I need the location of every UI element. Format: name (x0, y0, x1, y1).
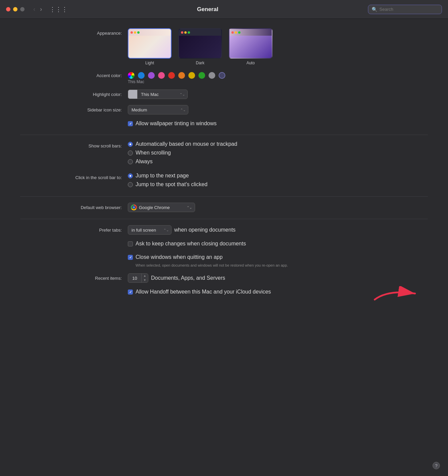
ask-keep-changes-label: Ask to keep changes when closing documen… (136, 241, 246, 247)
stepper-up-button[interactable]: ▲ (142, 274, 148, 278)
wallpaper-tinting-checkbox[interactable] (128, 121, 133, 126)
sidebar-icon-size-row: Sidebar icon size: Medium (20, 105, 428, 115)
accent-color-row: Accent color: This Mac (20, 71, 428, 84)
search-icon: 🔍 (372, 7, 377, 12)
default-browser-row: Default web browser: Google Chrome ⌃⌄ (20, 203, 428, 213)
prefer-tabs-label: Prefer tabs: (20, 225, 128, 235)
search-box: 🔍 (368, 5, 442, 14)
scroll-bars-auto-radio[interactable] (128, 142, 133, 147)
prefer-tabs-inline: in full screen when opening documents (128, 225, 235, 235)
back-button[interactable]: ‹ (32, 6, 37, 13)
allow-handoff-checkbox[interactable] (128, 290, 133, 295)
highlight-select-wrapper: This Mac (128, 90, 188, 99)
sidebar-icon-size-wrapper: Medium (128, 105, 188, 114)
highlight-color-content: This Mac (128, 90, 428, 99)
close-button[interactable] (6, 7, 10, 11)
help-button[interactable]: ? (433, 462, 440, 469)
recent-items-label: Recent items: (20, 273, 128, 283)
scroll-bars-when-scrolling-label: When scrolling (136, 150, 171, 156)
chevron-ud-icon: ⌃⌄ (187, 206, 192, 209)
appearance-dark[interactable]: Dark (178, 28, 222, 65)
scroll-bars-auto-row: Automatically based on mouse or trackpad (128, 141, 237, 147)
appearance-dark-thumb[interactable] (178, 28, 222, 59)
main-content: Appearance: Light (0, 19, 448, 469)
stepper-buttons: ▲ ▼ (142, 274, 148, 282)
click-scroll-spot-row: Jump to the spot that's clicked (128, 181, 208, 188)
highlight-color-preview (128, 90, 137, 99)
default-browser-select-wrapper[interactable]: Google Chrome ⌃⌄ (128, 203, 195, 212)
scroll-bars-label: Show scroll bars: (20, 141, 128, 151)
close-windows-label: Close windows when quitting an app (136, 254, 223, 260)
recent-items-suffix: Documents, Apps, and Servers (151, 275, 225, 281)
ask-keep-changes-row: Ask to keep changes when closing documen… (20, 241, 428, 249)
appearance-light-thumb[interactable] (128, 28, 172, 59)
accent-pink[interactable] (158, 72, 165, 79)
sidebar-icon-size-select[interactable]: Medium (128, 105, 188, 114)
highlight-select-wrapper-inner: This Mac (137, 90, 188, 99)
accent-red[interactable] (168, 72, 175, 79)
click-scroll-next-page-radio[interactable] (128, 173, 133, 178)
prefer-tabs-wrapper: in full screen (128, 225, 172, 235)
appearance-auto-thumb[interactable] (229, 28, 272, 59)
scroll-bars-always-row: Always (128, 159, 153, 165)
default-browser-label: Default web browser: (20, 203, 128, 213)
highlight-color-select[interactable]: This Mac (137, 90, 188, 99)
accent-yellow[interactable] (188, 72, 195, 79)
appearance-auto-label: Auto (247, 61, 255, 65)
click-scroll-bar-row: Click in the scroll bar to: Jump to the … (20, 173, 428, 190)
appearance-options: Light Dark (128, 28, 428, 65)
stepper-down-button[interactable]: ▼ (142, 278, 148, 282)
wallpaper-tinting-row: Allow wallpaper tinting in windows (20, 121, 428, 129)
divider-1 (20, 135, 428, 135)
default-browser-content: Google Chrome ⌃⌄ (128, 203, 428, 212)
prefer-tabs-row: Prefer tabs: in full screen when opening… (20, 225, 428, 235)
titlebar: ‹ › ⋮⋮⋮ General 🔍 (0, 0, 448, 19)
accent-orange[interactable] (178, 72, 185, 79)
accent-gray[interactable] (209, 72, 215, 79)
fullscreen-button[interactable] (20, 7, 25, 11)
accent-purple[interactable] (148, 72, 155, 79)
recent-items-stepper[interactable]: 10 ▲ ▼ (128, 273, 148, 283)
appearance-label: Appearance: (20, 28, 128, 38)
appearance-light[interactable]: Light (128, 28, 172, 65)
close-windows-checkbox-row: Close windows when quitting an app (128, 254, 223, 260)
scroll-bars-always-radio[interactable] (128, 159, 133, 164)
allow-handoff-row: Allow Handoff between this Mac and your … (20, 289, 428, 297)
bottom-bar: ? (0, 469, 448, 476)
appearance-light-label: Light (145, 61, 154, 65)
close-windows-row: Close windows when quitting an app When … (20, 254, 428, 268)
ask-keep-changes-checkbox-row: Ask to keep changes when closing documen… (128, 241, 246, 247)
allow-handoff-label: Allow Handoff between this Mac and your … (136, 289, 271, 295)
search-input[interactable] (379, 7, 437, 12)
accent-swatches (128, 72, 225, 79)
click-scroll-bar-content: Jump to the next page Jump to the spot t… (128, 173, 428, 190)
forward-button[interactable]: › (39, 6, 43, 13)
accent-blue[interactable] (138, 72, 145, 79)
accent-multicolor[interactable] (128, 72, 135, 79)
minimize-button[interactable] (13, 7, 17, 11)
accent-color-content: This Mac (128, 71, 428, 84)
divider-3 (20, 219, 428, 219)
accent-dark[interactable] (219, 72, 225, 79)
click-scroll-spot-label: Jump to the spot that's clicked (136, 181, 208, 188)
wallpaper-tinting-checkbox-row: Allow wallpaper tinting in windows (128, 121, 217, 127)
click-scroll-next-page-label: Jump to the next page (136, 173, 189, 179)
scroll-bars-always-label: Always (136, 159, 153, 165)
highlight-color-row: Highlight color: This Mac (20, 90, 428, 100)
click-scroll-spot-radio[interactable] (128, 182, 133, 187)
accent-green[interactable] (198, 72, 205, 79)
scroll-bars-when-scrolling-radio[interactable] (128, 150, 133, 156)
appearance-auto[interactable]: Auto (229, 28, 272, 65)
scroll-bars-row: Show scroll bars: Automatically based on… (20, 141, 428, 167)
scroll-bars-when-scrolling-row: When scrolling (128, 150, 171, 156)
ask-keep-changes-checkbox[interactable] (128, 241, 133, 246)
prefer-tabs-content: in full screen when opening documents (128, 225, 428, 235)
ask-keep-changes-content: Ask to keep changes when closing documen… (128, 241, 428, 249)
close-windows-checkbox[interactable] (128, 255, 133, 260)
recent-items-value: 10 (128, 274, 142, 282)
scroll-bars-auto-label: Automatically based on mouse or trackpad (136, 141, 237, 147)
prefer-tabs-suffix: when opening documents (174, 227, 235, 233)
sidebar-icon-size-label: Sidebar icon size: (20, 105, 128, 115)
prefer-tabs-select[interactable]: in full screen (128, 225, 172, 235)
page-title: General (52, 6, 363, 13)
